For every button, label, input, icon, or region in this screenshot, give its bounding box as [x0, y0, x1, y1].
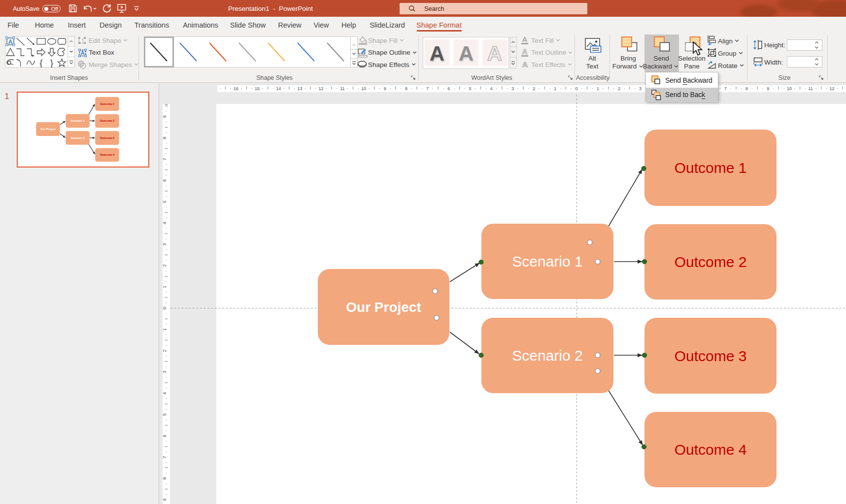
svg-text:8: 8	[162, 477, 167, 480]
svg-text:10: 10	[787, 86, 792, 91]
svg-text:6: 6	[162, 179, 167, 182]
svg-text:Our Project: Our Project	[346, 300, 421, 315]
svg-text:7: 7	[724, 86, 727, 91]
svg-text:A: A	[459, 42, 474, 65]
svg-text:A: A	[522, 48, 528, 56]
svg-text:1: 1	[162, 328, 167, 331]
svg-text:5: 5	[162, 413, 167, 416]
svg-text:Scenario 1: Scenario 1	[70, 119, 84, 122]
svg-text:7: 7	[162, 456, 167, 458]
svg-text:5: 5	[469, 86, 471, 91]
svg-text:15: 15	[255, 86, 260, 91]
svg-text:Scenario 1: Scenario 1	[512, 253, 582, 269]
svg-text:1: 1	[554, 86, 556, 91]
svg-text:8: 8	[162, 136, 167, 139]
svg-text:0: 0	[575, 86, 577, 91]
svg-text:Scenario 2: Scenario 2	[70, 136, 84, 139]
svg-text:9: 9	[767, 86, 769, 91]
svg-text:3: 3	[162, 243, 167, 245]
svg-text:4: 4	[162, 222, 167, 224]
svg-text:7: 7	[162, 158, 167, 161]
svg-text:Outcome 1: Outcome 1	[675, 160, 747, 176]
svg-text:9: 9	[162, 115, 167, 118]
svg-text:Outcome 4: Outcome 4	[675, 441, 747, 458]
svg-text:0: 0	[162, 307, 167, 309]
svg-text:A: A	[430, 42, 444, 65]
svg-text:12: 12	[829, 86, 834, 91]
svg-text:Outcome 3: Outcome 3	[100, 136, 114, 139]
svg-text:Our Project: Our Project	[40, 128, 56, 131]
svg-text:Outcome 3: Outcome 3	[675, 348, 747, 364]
svg-text:2: 2	[162, 349, 167, 352]
svg-text:3: 3	[639, 86, 642, 91]
svg-text:Outcome 1: Outcome 1	[100, 102, 114, 105]
svg-text:9: 9	[162, 499, 167, 501]
svg-text:A: A	[81, 50, 85, 56]
svg-text:10: 10	[361, 86, 366, 91]
svg-text:12: 12	[319, 86, 324, 91]
svg-text:13: 13	[297, 86, 302, 91]
svg-text:Outcome 2: Outcome 2	[100, 119, 114, 122]
svg-text:11: 11	[809, 86, 813, 91]
svg-text:1: 1	[597, 86, 599, 91]
svg-text:6: 6	[447, 86, 450, 91]
svg-text:A: A	[487, 42, 502, 65]
svg-text:7: 7	[426, 86, 429, 91]
svg-text:2: 2	[618, 86, 620, 91]
svg-text:8: 8	[745, 86, 748, 91]
svg-text:8: 8	[405, 86, 407, 91]
svg-text:3: 3	[511, 86, 514, 91]
svg-text:Outcome 4: Outcome 4	[100, 153, 115, 156]
svg-text:11: 11	[340, 86, 344, 91]
svg-text:3: 3	[162, 371, 167, 373]
svg-text:4: 4	[490, 86, 493, 91]
svg-text:2: 2	[162, 265, 167, 267]
svg-text:4: 4	[162, 392, 167, 395]
svg-text:1: 1	[162, 286, 167, 288]
svg-text:6: 6	[162, 435, 167, 437]
svg-text:A: A	[8, 38, 13, 45]
svg-text:2: 2	[533, 86, 535, 91]
svg-text:16: 16	[234, 86, 238, 91]
svg-text:Outcome 2: Outcome 2	[675, 254, 747, 270]
svg-text:14: 14	[276, 86, 281, 91]
svg-text:A: A	[522, 60, 528, 68]
svg-text:A: A	[522, 36, 528, 43]
svg-text:}: }	[50, 58, 53, 67]
svg-text:9: 9	[384, 86, 386, 91]
svg-text:5: 5	[162, 201, 167, 203]
svg-text:{: {	[39, 58, 43, 67]
svg-text:Scenario 2: Scenario 2	[512, 347, 582, 364]
